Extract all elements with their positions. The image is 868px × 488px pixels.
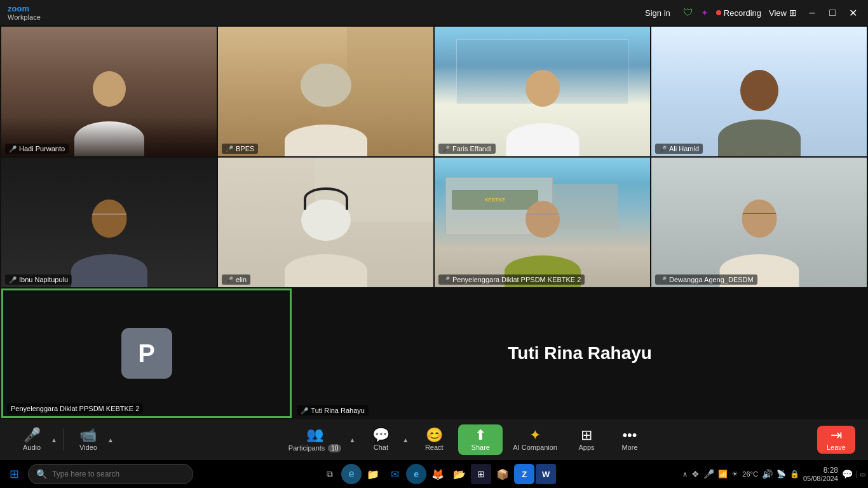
mic-off-icon-hadi: 🎤 [9, 146, 17, 152]
grid-view-icon: ⊞ [789, 8, 797, 18]
zoom-taskbar-icon[interactable]: Z [514, 464, 534, 484]
participant-cell-ibnu[interactable]: 🎤 Ibnu Napitupulu [1, 158, 217, 287]
participant-cell-ali[interactable]: 🎤 Ali Hamid [651, 27, 867, 156]
participant-cell-faris[interactable]: 🎤 Faris Effandi [435, 27, 650, 156]
participant-label-elin: 🎤 elin [222, 274, 250, 285]
ai-sparkle-icon: ✦ [701, 8, 709, 18]
close-button[interactable]: ✕ [845, 5, 860, 20]
edge-taskbar-icon[interactable]: e [341, 464, 362, 484]
file-explorer-icon: 📁 [367, 468, 379, 480]
chat-button[interactable]: 💬 Chat [362, 426, 400, 454]
mail-taskbar-icon[interactable]: ✉ [384, 464, 405, 484]
search-icon: 🔍 [36, 469, 47, 479]
security-shield-icon: 🛡 [683, 7, 693, 18]
grid-taskbar-icon[interactable]: ⊞ [471, 464, 491, 484]
video-chevron[interactable]: ▲ [106, 435, 115, 445]
titlebar: zoom Workplace Sign in 🛡 ✦ Recording Vie… [0, 0, 868, 25]
toolbar: 🎤 Audio ▲ 📹 Video ▲ 👥 Participants 10 ▲ … [0, 419, 868, 460]
share-button[interactable]: ⬆ Share [458, 424, 503, 455]
grid-app-icon: ⊞ [477, 469, 485, 479]
participant-cell-elin[interactable]: 🎤 elin [218, 158, 433, 287]
task-view-button[interactable]: ⧉ [320, 464, 340, 484]
mic-off-icon-penyelenggara: 🎤 [442, 276, 450, 283]
zoom-logo: zoom Workplace [8, 4, 41, 21]
mail-icon: ✉ [391, 468, 399, 480]
apps-icon: ⊞ [581, 428, 592, 442]
edge2-icon: e [414, 469, 419, 479]
participant-label-tuti: 🎤 Tuti Rina Rahayu [297, 405, 369, 416]
mic-off-icon-ali: 🎤 [659, 146, 667, 152]
microphone-sys-icon: 🎤 [703, 469, 714, 479]
time-display[interactable]: 8:28 05/08/2024 [803, 466, 838, 482]
file-explorer-taskbar-icon[interactable]: 📁 [363, 464, 383, 484]
volume-icon: 🔊 [762, 469, 773, 479]
widgets-icon: ❖ [691, 469, 700, 479]
search-bar[interactable]: 🔍 [28, 464, 193, 484]
chevron-icon[interactable]: ∧ [682, 470, 688, 478]
toolbar-left-group: 🎤 Audio ▲ 📹 Video ▲ [13, 426, 115, 454]
taskbar-left: ⊞ 🔍 [3, 463, 193, 485]
participant-cell-penyelenggara2[interactable]: P Penyelenggara Diklat PPSDM KEBTKE 2 [1, 288, 292, 418]
chat-chevron[interactable]: ▲ [401, 435, 410, 445]
more-icon: ••• [622, 428, 637, 442]
participant-label-hadi: 🎤 Hadi Purwanto [5, 144, 69, 154]
recording-indicator: Recording [716, 8, 761, 18]
more-button[interactable]: ••• More [611, 426, 649, 454]
notification-icon[interactable]: 💬 [842, 469, 853, 479]
taskbar-right: ∧ ❖ 🎤 📶 ☀ 26°C 🔊 📡 🔒 8:28 05/08/2024 💬 ▭ [682, 466, 865, 482]
toolbar-center-group: 👥 Participants 10 ▲ 💬 Chat ▲ 😊 React ⬆ S… [283, 424, 649, 455]
participant-cell-bpes[interactable]: 🎤 BPES [218, 27, 433, 156]
video-row-2: 🎤 Ibnu Napitupulu 🎤 elin [1, 158, 867, 287]
word-app-icon: W [542, 470, 550, 479]
participant-cell-hadi[interactable]: 🎤 Hadi Purwanto [1, 27, 217, 156]
view-button[interactable]: View ⊞ [769, 8, 797, 18]
sys-tray: ∧ ❖ 🎤 📶 ☀ 26°C 🔊 📡 🔒 [682, 469, 799, 479]
mic-off-icon-bpes: 🎤 [226, 146, 233, 152]
apps-button[interactable]: ⊞ Apps [567, 426, 606, 454]
folder-icon: 📂 [453, 468, 466, 480]
leave-button[interactable]: ⇥ Leave [817, 426, 855, 454]
edge2-taskbar-icon[interactable]: e [406, 464, 426, 484]
unknown-app-icon: 📦 [496, 468, 509, 480]
unknown-taskbar-icon[interactable]: 📦 [492, 464, 513, 484]
audio-button[interactable]: 🎤 Audio [13, 426, 51, 454]
network-icon: 📶 [718, 470, 728, 478]
mic-off-icon-ibnu: 🎤 [9, 276, 17, 283]
video-button[interactable]: 📹 Video [69, 426, 107, 454]
participant-cell-tuti[interactable]: Tuti Rina Rahayu 🎤 Tuti Rina Rahayu [293, 288, 867, 418]
firefox-taskbar-icon[interactable]: 🦊 [428, 464, 448, 484]
participant-cell-dewangga[interactable]: 🎤 Dewangga Ageng_DESDM [651, 158, 867, 287]
taskbar-center: ⧉ e 📁 ✉ e 🦊 📂 ⊞ 📦 Z W [194, 464, 681, 484]
minimize-button[interactable]: – [804, 5, 820, 20]
sign-in-button[interactable]: Sign in [640, 6, 675, 20]
participant-label-ibnu: 🎤 Ibnu Napitupulu [5, 274, 72, 285]
firefox-icon: 🦊 [431, 468, 444, 480]
folder-taskbar-icon[interactable]: 📂 [449, 464, 470, 484]
participant-label-faris: 🎤 Faris Effandi [438, 144, 496, 154]
separator-1 [64, 428, 64, 451]
video-icon: 📹 [79, 428, 97, 442]
react-button[interactable]: 😊 React [415, 426, 453, 454]
video-grid: 🎤 Hadi Purwanto 🎤 BPES [0, 25, 868, 419]
participants-button[interactable]: 👥 Participants 10 [283, 425, 347, 455]
titlebar-right: Sign in 🛡 ✦ Recording View ⊞ – □ ✕ [640, 5, 860, 20]
mic-off-icon-dewangga: 🎤 [659, 276, 667, 283]
participant-cell-penyelenggara[interactable]: KEBTKE 🎤 Penyelenggara Diklat PPSDM KEBT… [435, 158, 650, 287]
participants-icon: 👥 [306, 428, 323, 442]
leave-icon: ⇥ [831, 428, 842, 442]
react-icon: 😊 [426, 428, 443, 442]
temperature-display: 26°C [742, 470, 758, 478]
show-desktop-button[interactable]: ▭ [857, 471, 865, 478]
ai-companion-button[interactable]: ✦ AI Companion [508, 426, 562, 454]
video-row-1: 🎤 Hadi Purwanto 🎤 BPES [1, 27, 867, 156]
audio-icon: 🎤 [24, 428, 41, 442]
participants-chevron[interactable]: ▲ [348, 435, 356, 445]
audio-chevron[interactable]: ▲ [50, 435, 58, 445]
taskbar: ⊞ 🔍 ⧉ e 📁 ✉ e 🦊 📂 ⊞ [0, 460, 868, 488]
search-input[interactable] [52, 470, 185, 478]
maximize-button[interactable]: □ [825, 5, 840, 20]
word-taskbar-icon[interactable]: W [536, 464, 556, 484]
share-icon: ⬆ [475, 428, 486, 442]
participant-label-penyelenggara: 🎤 Penyelenggara Diklat PPSDM KEBTKE 2 [438, 274, 585, 285]
start-button[interactable]: ⊞ [3, 463, 25, 485]
